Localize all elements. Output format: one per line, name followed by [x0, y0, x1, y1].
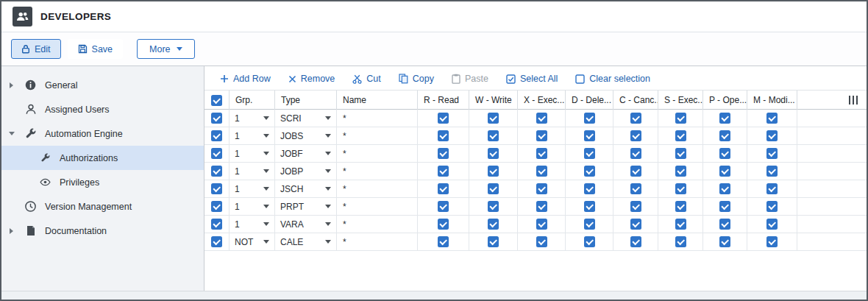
perm-checkbox[interactable] — [766, 201, 778, 212]
perm-checkbox[interactable] — [675, 130, 686, 141]
perm-cell-read[interactable] — [418, 110, 469, 127]
perm-checkbox[interactable] — [719, 130, 730, 141]
table-row[interactable]: NOT CALE * — [204, 233, 867, 251]
perm-checkbox[interactable] — [584, 236, 595, 247]
name-cell[interactable]: * — [337, 163, 418, 180]
row-checkbox[interactable] — [211, 201, 222, 212]
perm-cell-open[interactable] — [703, 216, 747, 233]
table-row[interactable]: 1 SCRI * — [204, 110, 867, 127]
sidebar-item-general[interactable]: General — [1, 73, 204, 97]
column-header-open[interactable]: P - Ope... — [703, 91, 747, 110]
row-select-cell[interactable] — [204, 198, 230, 215]
perm-checkbox[interactable] — [488, 183, 499, 194]
perm-checkbox[interactable] — [488, 201, 499, 212]
perm-cell-execute[interactable] — [518, 180, 566, 197]
perm-checkbox[interactable] — [536, 130, 547, 141]
perm-cell-write[interactable] — [469, 127, 518, 144]
name-cell[interactable]: * — [337, 127, 418, 144]
table-row[interactable]: 1 JSCH * — [204, 180, 867, 198]
perm-cell-modify[interactable] — [747, 145, 797, 162]
perm-checkbox[interactable] — [630, 166, 641, 177]
perm-cell-exec-s[interactable] — [658, 216, 703, 233]
expand-arrow-icon[interactable] — [1, 228, 21, 234]
row-checkbox[interactable] — [211, 236, 222, 247]
perm-checkbox[interactable] — [584, 113, 595, 124]
perm-checkbox[interactable] — [584, 201, 595, 212]
perm-cell-write[interactable] — [469, 216, 518, 233]
perm-cell-exec-s[interactable] — [658, 180, 703, 197]
perm-checkbox[interactable] — [719, 236, 730, 247]
perm-checkbox[interactable] — [488, 166, 499, 177]
edit-button[interactable]: Edit — [11, 39, 61, 59]
perm-checkbox[interactable] — [438, 236, 449, 247]
perm-checkbox[interactable] — [766, 166, 778, 177]
perm-checkbox[interactable] — [584, 130, 595, 141]
perm-cell-open[interactable] — [703, 180, 747, 197]
column-header-execute[interactable]: X - Exec... — [518, 91, 566, 110]
column-header-grp[interactable]: Grp. — [230, 91, 275, 110]
perm-checkbox[interactable] — [438, 130, 449, 141]
row-checkbox[interactable] — [211, 148, 222, 159]
table-row[interactable]: 1 JOBS * — [204, 127, 867, 145]
perm-cell-execute[interactable] — [518, 216, 566, 233]
sidebar-item-documentation[interactable]: Documentation — [1, 219, 204, 243]
collapse-arrow-icon[interactable] — [1, 132, 21, 135]
name-cell[interactable]: * — [337, 145, 418, 162]
perm-cell-read[interactable] — [418, 127, 469, 144]
more-button[interactable]: More — [137, 39, 194, 59]
perm-checkbox[interactable] — [630, 183, 641, 194]
perm-cell-open[interactable] — [703, 110, 747, 127]
perm-cell-cancel[interactable] — [613, 180, 658, 197]
perm-checkbox[interactable] — [675, 201, 686, 212]
perm-checkbox[interactable] — [630, 130, 641, 141]
type-dropdown[interactable]: JSCH — [275, 180, 337, 197]
add-row-button[interactable]: Add Row — [220, 74, 271, 84]
row-select-cell[interactable] — [204, 216, 230, 233]
name-cell[interactable]: * — [337, 198, 418, 215]
perm-checkbox[interactable] — [536, 183, 547, 194]
grp-dropdown[interactable]: 1 — [230, 127, 275, 144]
grp-dropdown[interactable]: NOT — [230, 233, 275, 250]
perm-cell-open[interactable] — [703, 145, 747, 162]
perm-checkbox[interactable] — [536, 201, 547, 212]
perm-checkbox[interactable] — [584, 219, 595, 230]
cut-button[interactable]: Cut — [352, 74, 380, 84]
perm-checkbox[interactable] — [536, 148, 547, 159]
column-header-read[interactable]: R - Read — [418, 91, 469, 110]
perm-checkbox[interactable] — [719, 148, 730, 159]
perm-checkbox[interactable] — [675, 219, 686, 230]
perm-checkbox[interactable] — [438, 201, 449, 212]
perm-checkbox[interactable] — [675, 166, 686, 177]
perm-cell-read[interactable] — [418, 180, 469, 197]
grp-dropdown[interactable]: 1 — [230, 110, 275, 127]
type-dropdown[interactable]: VARA — [275, 216, 337, 233]
perm-checkbox[interactable] — [488, 219, 499, 230]
row-select-cell[interactable] — [204, 163, 230, 180]
perm-cell-delete[interactable] — [566, 127, 613, 144]
perm-checkbox[interactable] — [584, 183, 595, 194]
column-settings-icon[interactable] — [849, 96, 858, 105]
perm-cell-read[interactable] — [418, 233, 469, 250]
perm-checkbox[interactable] — [536, 166, 547, 177]
perm-checkbox[interactable] — [536, 236, 547, 247]
perm-checkbox[interactable] — [719, 201, 730, 212]
perm-checkbox[interactable] — [675, 113, 686, 124]
perm-cell-write[interactable] — [469, 180, 518, 197]
clear-selection-button[interactable]: Clear selection — [575, 74, 650, 84]
perm-checkbox[interactable] — [766, 236, 778, 247]
perm-cell-modify[interactable] — [747, 163, 797, 180]
name-cell[interactable]: * — [337, 180, 418, 197]
perm-cell-read[interactable] — [418, 145, 469, 162]
perm-cell-execute[interactable] — [518, 198, 566, 215]
perm-cell-exec-s[interactable] — [658, 110, 703, 127]
perm-cell-write[interactable] — [469, 110, 518, 127]
table-row[interactable]: 1 JOBP * — [204, 163, 867, 180]
perm-checkbox[interactable] — [438, 219, 449, 230]
type-dropdown[interactable]: JOBP — [275, 163, 337, 180]
sidebar-item-authorizations[interactable]: Authorizations — [1, 146, 204, 170]
paste-button[interactable]: Paste — [452, 74, 488, 84]
copy-button[interactable]: Copy — [399, 74, 434, 84]
perm-cell-cancel[interactable] — [613, 110, 658, 127]
perm-cell-open[interactable] — [703, 233, 747, 250]
perm-checkbox[interactable] — [719, 183, 730, 194]
